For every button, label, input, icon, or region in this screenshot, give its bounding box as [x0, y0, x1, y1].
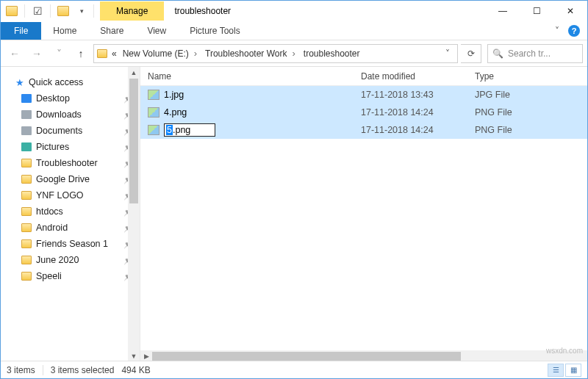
navigation-bar: ← → ˅ ↑ « New Volume (E:) Troubleshooter… [1, 40, 587, 67]
sidebar-item-ynf-logo[interactable]: YNF LOGO [1, 187, 140, 203]
sidebar-item-documents[interactable]: Documents [1, 123, 140, 139]
sidebar-item-android[interactable]: Android [1, 220, 140, 236]
back-button[interactable]: ← [5, 44, 24, 63]
watermark: wsxdn.com [546, 347, 583, 355]
search-box[interactable]: Search tr... [487, 44, 583, 63]
desktop-icon [21, 94, 32, 103]
column-date-modified[interactable]: Date modified [354, 71, 467, 82]
sidebar-item-google-drive[interactable]: Google Drive [1, 171, 140, 187]
status-bar: 3 items 3 items selected 494 KB ☰ ▦ [1, 361, 587, 378]
ribbon-expand-icon[interactable]: ˅ [555, 26, 559, 36]
close-button[interactable]: ✕ [553, 1, 587, 21]
thumbnails-view-button[interactable]: ▦ [565, 364, 581, 377]
folder-icon [21, 207, 32, 216]
search-icon [492, 48, 503, 59]
image-file-icon [148, 107, 159, 118]
ribbon-tabs: File Home Share View Picture Tools ˅ ? [1, 21, 587, 40]
column-name[interactable]: Name [140, 71, 354, 82]
folder-icon [21, 272, 32, 281]
quick-access-header[interactable]: ★ Quick access [1, 74, 140, 90]
sidebar-item-downloads[interactable]: Downloads [1, 107, 140, 123]
documents-icon [21, 126, 32, 135]
view-mode-toggles: ☰ ▦ [548, 364, 581, 377]
sidebar-item-pictures[interactable]: Pictures [1, 139, 140, 155]
folder-icon[interactable] [4, 3, 20, 19]
folder-icon [21, 223, 32, 232]
folder-icon [21, 175, 32, 184]
file-rows: 1.jpg 17-11-2018 13:43 JPG File 4.png 17… [140, 86, 587, 139]
properties-qat-icon[interactable] [29, 3, 46, 19]
help-icon[interactable]: ? [568, 25, 580, 37]
window-title: troubleshooter [164, 6, 241, 16]
home-tab[interactable]: Home [41, 22, 88, 40]
file-row-editing[interactable]: 5.png 17-11-2018 14:24 PNG File [140, 121, 587, 139]
sidebar-item-troubleshooter[interactable]: Troubleshooter [1, 155, 140, 171]
new-folder-qat-icon[interactable] [55, 3, 71, 19]
quick-access-toolbar [1, 3, 100, 19]
scroll-thumb[interactable] [152, 352, 461, 361]
folder-icon [21, 191, 32, 200]
picture-tools-tab[interactable]: Picture Tools [178, 22, 251, 40]
column-headers[interactable]: Name Date modified Type [140, 67, 587, 86]
sidebar-item-desktop[interactable]: Desktop [1, 90, 140, 107]
breadcrumb-overflow[interactable]: « [110, 48, 118, 59]
scroll-thumb[interactable] [129, 79, 138, 203]
breadcrumb-drive[interactable]: New Volume (E:) [121, 48, 201, 59]
sidebar-item-friends[interactable]: Friends Season 1 [1, 236, 140, 252]
image-file-icon [148, 125, 159, 135]
sidebar-item-htdocs[interactable]: htdocs [1, 203, 140, 220]
downloads-icon [21, 110, 32, 119]
breadcrumb-folder-2[interactable]: troubleshooter [302, 48, 362, 59]
file-row[interactable]: 4.png 17-11-2018 14:24 PNG File [140, 104, 587, 121]
file-row[interactable]: 1.jpg 17-11-2018 13:43 JPG File [140, 86, 587, 104]
forward-button[interactable]: → [27, 44, 46, 63]
address-folder-icon [97, 49, 107, 58]
navigation-pane: ★ Quick access Desktop Downloads Documen… [1, 67, 140, 362]
file-list-pane: Name Date modified Type 1.jpg 17-11-2018… [140, 67, 587, 362]
sidebar-scrollbar[interactable]: ▲ ▼ [128, 67, 140, 362]
up-button[interactable]: ↑ [71, 44, 90, 63]
main-area: ★ Quick access Desktop Downloads Documen… [1, 67, 587, 362]
breadcrumb-folder-1[interactable]: Troubleshooter Work [204, 48, 299, 59]
folder-icon [21, 159, 32, 167]
recent-locations-button[interactable]: ˅ [49, 44, 68, 63]
folder-icon [21, 239, 32, 248]
status-selection-count: 3 items selected [51, 365, 115, 375]
status-item-count: 3 items [7, 365, 35, 375]
scroll-up-icon[interactable]: ▲ [128, 67, 140, 79]
sidebar-item-speeli[interactable]: Speeli [1, 268, 140, 284]
pictures-icon [21, 142, 32, 151]
details-view-button[interactable]: ☰ [548, 364, 564, 377]
file-tab[interactable]: File [1, 22, 41, 40]
contextual-tab-label: Manage [100, 1, 164, 21]
image-file-icon [148, 90, 159, 100]
share-tab[interactable]: Share [88, 22, 135, 40]
folder-icon [21, 256, 32, 264]
qat-customize-dropdown[interactable] [73, 3, 89, 19]
star-icon: ★ [15, 77, 24, 88]
column-type[interactable]: Type [467, 71, 570, 82]
rename-input[interactable]: 5.png [164, 123, 215, 137]
search-placeholder: Search tr... [508, 48, 551, 59]
sidebar-item-june-2020[interactable]: June 2020 [1, 252, 140, 268]
address-dropdown-icon[interactable]: ˅ [441, 48, 454, 59]
status-selection-size: 494 KB [121, 365, 150, 375]
refresh-button[interactable]: ⟳ [461, 44, 481, 63]
title-bar: Manage troubleshooter — ☐ ✕ [1, 1, 587, 21]
maximize-button[interactable]: ☐ [520, 1, 553, 21]
address-bar[interactable]: « New Volume (E:) Troubleshooter Work tr… [93, 44, 458, 63]
view-tab[interactable]: View [135, 22, 178, 40]
minimize-button[interactable]: — [486, 1, 520, 21]
